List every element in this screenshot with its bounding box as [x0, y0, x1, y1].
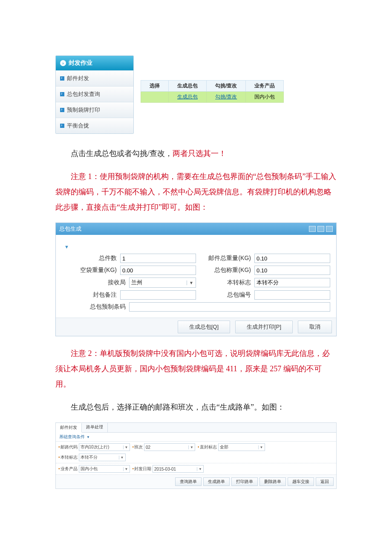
- label-seal-remark: 封包备注: [62, 291, 120, 299]
- p1-black: 点击生成总包或者勾挑/查改，: [71, 149, 173, 158]
- collapse-icon[interactable]: ▼: [64, 244, 330, 249]
- button-generate-print[interactable]: 生成并打印[P]: [235, 321, 293, 333]
- button-cancel[interactable]: 取消: [298, 321, 332, 333]
- tab-mail-seal[interactable]: 邮件封发: [56, 423, 82, 433]
- paragraph-note2: 注意 2：单机版预制袋牌中没有国内小包可选，说明袋牌编码库无此信息，必须让本局机…: [55, 346, 337, 392]
- label-batch: 班次: [133, 444, 143, 450]
- col-modify: 勾挑/查改: [207, 81, 246, 92]
- route-subheader[interactable]: 基础查询条件 ▼: [56, 433, 336, 442]
- label-direct-seal: 直封标志: [198, 444, 217, 450]
- nav-menu: › 封发作业 邮件封发 总包封发查询 预制袋牌打印 平衡合拢: [55, 55, 134, 134]
- form-titlebar: 总包生成: [56, 223, 336, 235]
- window-buttons: [309, 226, 333, 232]
- label-total-count: 总件数: [62, 254, 120, 262]
- route-subheader-label: 基础查询条件: [59, 434, 85, 440]
- select-seal-date[interactable]: 2015-03-01▼: [153, 465, 204, 473]
- bullet-icon: [60, 124, 64, 128]
- select-direct-seal[interactable]: 全部▼: [218, 443, 265, 451]
- nav-item-label: 预制袋牌打印: [67, 106, 100, 114]
- paragraph-note1: 注意 1：使用预制袋牌的机构，需要在生成总包界面的“总包预制条码”手工输入袋牌的…: [55, 169, 337, 215]
- nav-item-label: 总包封发查询: [67, 90, 100, 98]
- chevron-icon: ›: [60, 60, 66, 66]
- table-row: 生成总包 勾挑/查改 国内小包: [141, 92, 284, 103]
- select-product[interactable]: 国内小包▼: [79, 465, 130, 473]
- chevron-down-icon: ▼: [119, 456, 125, 460]
- button-query-route[interactable]: 查询路单: [175, 477, 202, 486]
- label-mail-total-weight: 邮件总重量(KG): [196, 254, 254, 262]
- route-tabs: 邮件封发 路单处理: [56, 423, 336, 433]
- cell-product: 国内小包: [246, 92, 284, 103]
- select-direct-seal-value: 全部: [220, 444, 228, 450]
- label-seal-date: 封发日期: [133, 466, 152, 472]
- label-bag-no: 总包编号: [196, 291, 254, 299]
- label-bag-weigh: 总包称重(KG): [196, 266, 254, 274]
- chevron-down-icon: ▼: [197, 467, 203, 471]
- select-route-code[interactable]: 市内10次(上行)▼: [79, 443, 130, 451]
- select-recv-bureau-value: 兰州: [131, 279, 142, 286]
- label-product: 业务产品: [58, 466, 78, 472]
- bullet-icon: [60, 92, 64, 96]
- button-generate-bag[interactable]: 生成总包[Q]: [178, 321, 230, 333]
- p1-red: 两者只选其一！: [173, 149, 226, 158]
- col-select: 选择: [141, 81, 169, 92]
- select-batch-value: 02: [146, 445, 150, 450]
- select-transfer[interactable]: 本转不分▼: [79, 454, 126, 461]
- select-transfer-value: 本转不分: [81, 454, 98, 460]
- select-batch[interactable]: 02▼: [144, 443, 195, 451]
- link-pick-modify[interactable]: 勾挑/查改: [215, 94, 237, 100]
- button-back[interactable]: 返回: [316, 477, 334, 486]
- select-route-code-value: 市内10次(上行): [81, 444, 110, 450]
- bullet-icon: [60, 76, 64, 81]
- input-total-count[interactable]: [120, 254, 196, 263]
- label-transfer: 本转标志: [58, 454, 78, 460]
- minimize-icon[interactable]: [309, 226, 316, 232]
- nav-header: › 封发作业: [56, 56, 133, 70]
- chevron-down-icon: ▼: [258, 445, 265, 449]
- input-seal-remark[interactable]: [120, 290, 196, 300]
- col-gen: 生成总包: [169, 81, 207, 92]
- nav-item-tag-print[interactable]: 预制袋牌打印: [56, 102, 133, 118]
- nav-header-label: 封发作业: [69, 59, 92, 67]
- col-product: 业务产品: [246, 81, 284, 92]
- maximize-icon[interactable]: [317, 226, 324, 232]
- form-title: 总包生成: [59, 225, 81, 233]
- cell-select[interactable]: [141, 92, 169, 103]
- nav-item-bag-query[interactable]: 总包封发查询: [56, 86, 133, 102]
- label-recv-bureau: 接收局: [62, 279, 129, 286]
- form-bag-generate: 总包生成 ▼ 总件数 邮件总重量(KG) 空袋: [55, 223, 337, 336]
- chevron-down-icon: ▼: [123, 467, 130, 471]
- paragraph-1: 点击生成总包或者勾挑/查改，两者只选其一！: [55, 146, 337, 161]
- label-preprint-code: 总包预制条码: [62, 303, 129, 311]
- close-icon[interactable]: [326, 226, 333, 232]
- chevron-down-icon: ▼: [86, 435, 90, 439]
- tab-route-list[interactable]: 路单处理: [82, 423, 108, 432]
- nav-item-mail-seal[interactable]: 邮件封发: [56, 70, 133, 86]
- label-route-code: 邮路代码: [58, 444, 78, 450]
- chevron-down-icon: ▼: [123, 445, 130, 449]
- button-gen-route[interactable]: 生成路单: [203, 477, 230, 486]
- select-product-value: 国内小包: [81, 466, 98, 472]
- chevron-down-icon: ▼: [187, 280, 196, 285]
- nav-item-label: 平衡合拢: [67, 122, 89, 130]
- input-bag-no[interactable]: [254, 290, 330, 300]
- route-form: 邮件封发 路单处理 基础查询条件 ▼ 邮路代码 市内10次(上行)▼ 班次 02…: [55, 422, 337, 489]
- select-seal-date-value: 2015-03-01: [154, 467, 176, 471]
- input-preprint-code[interactable]: [129, 302, 330, 312]
- input-mail-total-weight[interactable]: [254, 254, 330, 263]
- input-bag-weigh[interactable]: [254, 266, 330, 275]
- button-delete-route[interactable]: 删除路单: [259, 477, 286, 486]
- button-trip-handover[interactable]: 趟车交接: [288, 477, 314, 486]
- nav-item-label: 邮件封发: [67, 75, 89, 82]
- input-empty-bag-weight[interactable]: [120, 266, 196, 275]
- nav-screenshot: › 封发作业 邮件封发 总包封发查询 预制袋牌打印 平衡合拢: [55, 55, 337, 134]
- nav-item-balance[interactable]: 平衡合拢: [56, 118, 133, 133]
- paragraph-4: 生成总包后，选择正确的邮路和班次，点击“生成路单”。如图：: [55, 399, 337, 415]
- mini-table: 选择 生成总包 勾挑/查改 业务产品 生成总包 勾挑/查改 国内小包: [141, 80, 284, 103]
- bullet-icon: [60, 108, 64, 112]
- button-print-route[interactable]: 打印路单: [231, 477, 258, 486]
- select-recv-bureau[interactable]: 兰州 ▼: [129, 278, 196, 288]
- input-transfer-flag[interactable]: [254, 278, 330, 287]
- label-transfer-flag: 本转标志: [196, 279, 254, 286]
- link-generate-bag[interactable]: 生成总包: [177, 94, 198, 100]
- label-empty-bag-weight: 空袋重量(KG): [62, 266, 120, 274]
